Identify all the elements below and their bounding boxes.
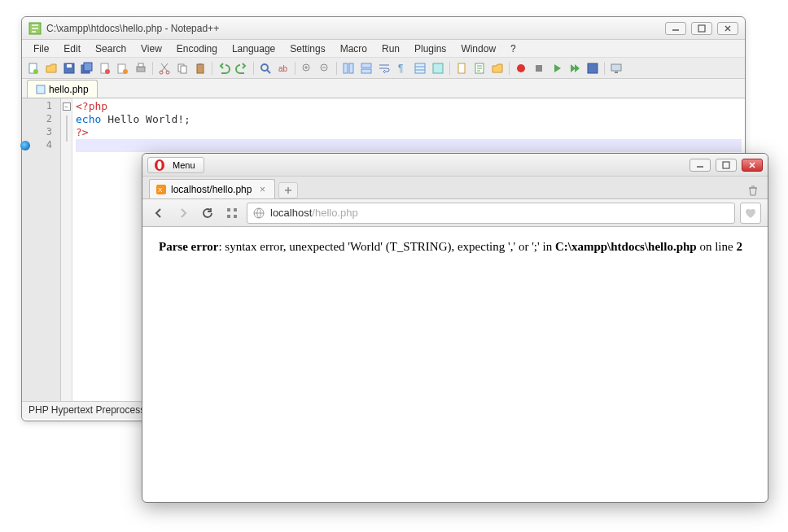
browser-titlebar[interactable]: Menu: [142, 154, 768, 177]
closed-tabs-button[interactable]: [745, 182, 761, 198]
svg-rect-44: [227, 208, 230, 211]
opera-icon: [153, 159, 166, 172]
minimize-button[interactable]: [690, 159, 711, 172]
menu-macro[interactable]: Macro: [334, 41, 374, 56]
cut-icon[interactable]: [156, 60, 173, 76]
svg-point-20: [261, 64, 268, 71]
svg-rect-35: [588, 63, 598, 73]
redo-icon[interactable]: [234, 60, 250, 76]
svg-rect-26: [361, 63, 371, 68]
menu-file[interactable]: File: [27, 41, 55, 56]
menu-plugins[interactable]: Plugins: [408, 41, 453, 56]
zoom-in-icon[interactable]: [299, 60, 315, 76]
menu-encoding[interactable]: Encoding: [170, 41, 224, 56]
play-multi-icon[interactable]: [567, 60, 583, 76]
toolbar-sep: [152, 62, 153, 75]
browser-tabbar: X localhost/hello.php ×: [142, 177, 768, 199]
copy-icon[interactable]: [174, 60, 190, 76]
tab-label: hello.php: [49, 84, 89, 95]
open-file-icon[interactable]: [43, 60, 59, 76]
monitor-icon[interactable]: [608, 60, 624, 76]
svg-rect-37: [615, 72, 618, 73]
doc-map-icon[interactable]: [453, 60, 470, 76]
svg-rect-29: [415, 63, 425, 73]
wrap-icon[interactable]: [376, 60, 392, 76]
close-button[interactable]: [742, 159, 763, 172]
toolbar-sep: [604, 62, 605, 75]
svg-rect-12: [137, 67, 145, 72]
url-text: localhost/hello.php: [270, 207, 729, 219]
show-all-chars-icon[interactable]: ¶: [394, 60, 410, 76]
editor-tab[interactable]: hello.php: [27, 80, 98, 98]
menu-help[interactable]: ?: [504, 41, 523, 56]
svg-point-11: [123, 69, 128, 74]
toolbar-sep: [212, 62, 212, 75]
print-icon[interactable]: [133, 60, 149, 76]
svg-rect-36: [611, 64, 621, 71]
record-macro-icon[interactable]: [513, 60, 529, 76]
sync-h-icon[interactable]: [358, 60, 374, 76]
stop-macro-icon[interactable]: [531, 60, 547, 76]
fold-toggle-icon[interactable]: −: [63, 102, 71, 111]
line-number: 2: [22, 113, 57, 126]
indent-guide-icon[interactable]: [412, 60, 428, 76]
code-line-current: [76, 139, 742, 152]
forward-button[interactable]: [173, 203, 193, 223]
save-icon[interactable]: [61, 60, 77, 76]
func-list-icon[interactable]: [471, 60, 488, 76]
reload-button[interactable]: [198, 203, 217, 223]
url-input[interactable]: localhost/hello.php: [247, 203, 735, 224]
close-button[interactable]: [717, 22, 738, 35]
browser-tab[interactable]: X localhost/hello.php ×: [149, 179, 275, 198]
find-icon[interactable]: [257, 60, 274, 76]
sync-v-icon[interactable]: [340, 60, 357, 76]
menu-edit[interactable]: Edit: [57, 41, 87, 56]
zoom-out-icon[interactable]: [317, 60, 333, 76]
maximize-button[interactable]: [716, 159, 737, 172]
user-lang-icon[interactable]: [430, 60, 446, 76]
save-macro-icon[interactable]: [584, 60, 601, 76]
svg-rect-25: [349, 63, 353, 73]
speed-dial-button[interactable]: [222, 203, 242, 223]
menu-view[interactable]: View: [134, 41, 169, 56]
new-file-icon[interactable]: [25, 60, 42, 76]
svg-text:ab: ab: [278, 64, 288, 73]
svg-rect-13: [138, 63, 143, 67]
play-macro-icon[interactable]: [549, 60, 565, 76]
svg-point-40: [157, 161, 161, 169]
svg-text:X: X: [158, 186, 163, 194]
svg-rect-46: [227, 215, 230, 218]
maximize-button[interactable]: [691, 22, 712, 35]
minimize-button[interactable]: [665, 22, 686, 35]
line-number: 1: [22, 100, 57, 113]
menu-search[interactable]: Search: [89, 41, 133, 56]
tab-close-icon[interactable]: ×: [256, 184, 268, 195]
menu-label: Menu: [173, 160, 195, 170]
bookmark-button[interactable]: [740, 203, 761, 224]
npp-titlebar[interactable]: C:\xampp\htdocs\hello.php - Notepad++: [22, 17, 745, 40]
menu-language[interactable]: Language: [225, 41, 282, 56]
menu-settings[interactable]: Settings: [283, 41, 331, 56]
fold-column: −: [61, 98, 72, 401]
code-line: ?>: [76, 126, 742, 139]
save-all-icon[interactable]: [79, 60, 95, 76]
new-tab-button[interactable]: [278, 182, 298, 198]
menu-window[interactable]: Window: [454, 41, 502, 56]
page-content: Parse error: syntax error, unexpected 'W…: [142, 227, 768, 267]
trash-icon: [746, 184, 760, 197]
undo-icon[interactable]: [216, 60, 232, 76]
toolbar-sep: [449, 62, 450, 75]
close-file-icon[interactable]: [97, 60, 113, 76]
close-all-icon[interactable]: [115, 60, 131, 76]
paste-icon[interactable]: [192, 60, 208, 76]
back-button[interactable]: [149, 203, 169, 223]
svg-rect-45: [234, 208, 237, 211]
menu-run[interactable]: Run: [375, 41, 406, 56]
folder-panel-icon[interactable]: [489, 60, 506, 76]
toolbar-sep: [253, 62, 254, 75]
code-line: echo Hello World!;: [76, 113, 742, 126]
svg-rect-38: [37, 85, 45, 94]
svg-point-9: [105, 69, 110, 74]
browser-menu-button[interactable]: Menu: [147, 157, 204, 173]
replace-icon[interactable]: ab: [275, 60, 291, 76]
